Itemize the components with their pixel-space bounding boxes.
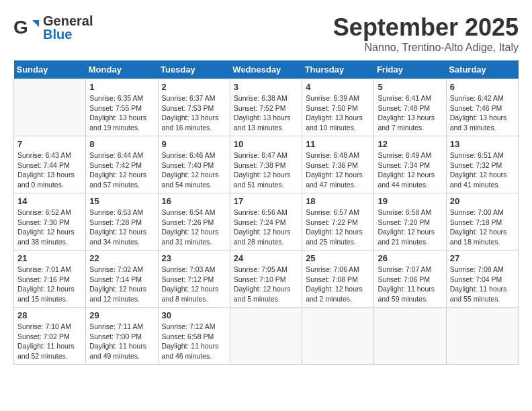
calendar-cell: 18Sunrise: 6:57 AM Sunset: 7:22 PM Dayli… (302, 193, 374, 250)
day-info: Sunrise: 6:57 AM Sunset: 7:22 PM Dayligh… (306, 208, 370, 247)
calendar-cell: 6Sunrise: 6:42 AM Sunset: 7:46 PM Daylig… (446, 79, 518, 136)
day-number: 24 (234, 253, 298, 263)
day-number: 11 (306, 139, 370, 149)
calendar-cell: 12Sunrise: 6:49 AM Sunset: 7:34 PM Dayli… (374, 136, 446, 193)
day-number: 13 (450, 139, 515, 149)
calendar-cell: 10Sunrise: 6:47 AM Sunset: 7:38 PM Dayli… (230, 136, 302, 193)
day-info: Sunrise: 6:58 AM Sunset: 7:20 PM Dayligh… (378, 208, 442, 247)
day-info: Sunrise: 6:43 AM Sunset: 7:44 PM Dayligh… (17, 150, 82, 190)
day-number: 3 (234, 82, 298, 92)
day-number: 22 (89, 253, 154, 263)
calendar-cell: 21Sunrise: 7:01 AM Sunset: 7:16 PM Dayli… (14, 250, 86, 308)
day-header-tuesday: Tuesday (158, 60, 230, 79)
day-number: 18 (306, 196, 370, 206)
page-header: G General Blue September 2025 Nanno, Tre… (13, 13, 519, 54)
day-info: Sunrise: 6:35 AM Sunset: 7:55 PM Dayligh… (89, 93, 154, 133)
day-number: 9 (162, 139, 226, 149)
day-info: Sunrise: 7:02 AM Sunset: 7:14 PM Dayligh… (89, 265, 154, 304)
calendar-cell: 9Sunrise: 6:46 AM Sunset: 7:40 PM Daylig… (158, 136, 230, 193)
day-number: 7 (17, 139, 82, 149)
day-header-thursday: Thursday (302, 60, 374, 79)
day-info: Sunrise: 6:49 AM Sunset: 7:34 PM Dayligh… (378, 150, 442, 190)
title-block: September 2025 Nanno, Trentino-Alto Adig… (333, 13, 519, 54)
calendar-cell: 28Sunrise: 7:10 AM Sunset: 7:02 PM Dayli… (14, 308, 86, 365)
day-info: Sunrise: 6:54 AM Sunset: 7:26 PM Dayligh… (162, 208, 226, 247)
day-number: 23 (162, 253, 226, 263)
calendar-cell: 24Sunrise: 7:05 AM Sunset: 7:10 PM Dayli… (230, 250, 302, 308)
day-number: 26 (378, 253, 442, 263)
day-header-friday: Friday (374, 60, 446, 79)
location-text: Nanno, Trentino-Alto Adige, Italy (333, 42, 519, 54)
calendar-table: SundayMondayTuesdayWednesdayThursdayFrid… (13, 60, 519, 365)
day-info: Sunrise: 7:07 AM Sunset: 7:06 PM Dayligh… (378, 265, 442, 304)
day-number: 4 (306, 82, 370, 92)
day-info: Sunrise: 6:44 AM Sunset: 7:42 PM Dayligh… (89, 150, 154, 190)
calendar-cell: 11Sunrise: 6:48 AM Sunset: 7:36 PM Dayli… (302, 136, 374, 193)
day-info: Sunrise: 6:42 AM Sunset: 7:46 PM Dayligh… (450, 93, 515, 133)
day-info: Sunrise: 7:12 AM Sunset: 6:58 PM Dayligh… (162, 322, 226, 361)
calendar-cell: 5Sunrise: 6:41 AM Sunset: 7:48 PM Daylig… (374, 79, 446, 136)
day-number: 30 (162, 310, 226, 320)
day-number: 29 (89, 310, 154, 320)
calendar-cell (446, 308, 518, 365)
day-number: 27 (450, 253, 515, 263)
day-info: Sunrise: 7:10 AM Sunset: 7:02 PM Dayligh… (17, 322, 82, 361)
calendar-cell: 13Sunrise: 6:51 AM Sunset: 7:32 PM Dayli… (446, 136, 518, 193)
day-info: Sunrise: 6:52 AM Sunset: 7:30 PM Dayligh… (17, 208, 82, 247)
day-number: 25 (306, 253, 370, 263)
day-info: Sunrise: 6:38 AM Sunset: 7:52 PM Dayligh… (234, 93, 298, 133)
calendar-cell: 25Sunrise: 7:06 AM Sunset: 7:08 PM Dayli… (302, 250, 374, 308)
calendar-cell (14, 79, 86, 136)
day-info: Sunrise: 6:53 AM Sunset: 7:28 PM Dayligh… (89, 208, 154, 247)
day-number: 15 (89, 196, 154, 206)
calendar-cell (230, 308, 302, 365)
calendar-week-row: 1Sunrise: 6:35 AM Sunset: 7:55 PM Daylig… (14, 79, 519, 136)
calendar-cell: 4Sunrise: 6:39 AM Sunset: 7:50 PM Daylig… (302, 79, 374, 136)
calendar-cell: 15Sunrise: 6:53 AM Sunset: 7:28 PM Dayli… (86, 193, 158, 250)
day-number: 16 (162, 196, 226, 206)
calendar-cell: 19Sunrise: 6:58 AM Sunset: 7:20 PM Dayli… (374, 193, 446, 250)
calendar-cell: 22Sunrise: 7:02 AM Sunset: 7:14 PM Dayli… (86, 250, 158, 308)
day-number: 28 (17, 310, 82, 320)
calendar-cell: 8Sunrise: 6:44 AM Sunset: 7:42 PM Daylig… (86, 136, 158, 193)
day-number: 8 (89, 139, 154, 149)
calendar-week-row: 7Sunrise: 6:43 AM Sunset: 7:44 PM Daylig… (14, 136, 519, 193)
day-info: Sunrise: 7:01 AM Sunset: 7:16 PM Dayligh… (17, 265, 82, 304)
month-title: September 2025 (333, 13, 519, 42)
day-number: 6 (450, 82, 515, 92)
day-number: 19 (378, 196, 442, 206)
calendar-cell: 30Sunrise: 7:12 AM Sunset: 6:58 PM Dayli… (158, 308, 230, 365)
day-info: Sunrise: 7:00 AM Sunset: 7:18 PM Dayligh… (450, 208, 515, 247)
day-header-sunday: Sunday (14, 60, 86, 79)
calendar-week-row: 28Sunrise: 7:10 AM Sunset: 7:02 PM Dayli… (14, 308, 519, 365)
calendar-header-row: SundayMondayTuesdayWednesdayThursdayFrid… (14, 60, 519, 79)
day-info: Sunrise: 6:51 AM Sunset: 7:32 PM Dayligh… (450, 150, 515, 190)
calendar-cell: 14Sunrise: 6:52 AM Sunset: 7:30 PM Dayli… (14, 193, 86, 250)
day-number: 21 (17, 253, 82, 263)
calendar-cell: 2Sunrise: 6:37 AM Sunset: 7:53 PM Daylig… (158, 79, 230, 136)
calendar-cell (374, 308, 446, 365)
calendar-cell: 26Sunrise: 7:07 AM Sunset: 7:06 PM Dayli… (374, 250, 446, 308)
calendar-cell: 16Sunrise: 6:54 AM Sunset: 7:26 PM Dayli… (158, 193, 230, 250)
calendar-cell: 1Sunrise: 6:35 AM Sunset: 7:55 PM Daylig… (86, 79, 158, 136)
day-number: 2 (162, 82, 226, 92)
day-info: Sunrise: 6:48 AM Sunset: 7:36 PM Dayligh… (306, 150, 370, 190)
day-info: Sunrise: 6:37 AM Sunset: 7:53 PM Dayligh… (162, 93, 226, 133)
logo-general-text: General (43, 13, 93, 28)
day-info: Sunrise: 6:56 AM Sunset: 7:24 PM Dayligh… (234, 208, 298, 247)
day-info: Sunrise: 6:41 AM Sunset: 7:48 PM Dayligh… (378, 93, 442, 133)
day-info: Sunrise: 6:46 AM Sunset: 7:40 PM Dayligh… (162, 150, 226, 190)
day-info: Sunrise: 7:05 AM Sunset: 7:10 PM Dayligh… (234, 265, 298, 304)
calendar-cell (302, 308, 374, 365)
day-info: Sunrise: 7:06 AM Sunset: 7:08 PM Dayligh… (306, 265, 370, 304)
day-info: Sunrise: 7:08 AM Sunset: 7:04 PM Dayligh… (450, 265, 515, 304)
day-info: Sunrise: 7:11 AM Sunset: 7:00 PM Dayligh… (89, 322, 154, 361)
day-number: 10 (234, 139, 298, 149)
logo-blue-text: Blue (43, 27, 93, 42)
calendar-week-row: 21Sunrise: 7:01 AM Sunset: 7:16 PM Dayli… (14, 250, 519, 308)
day-header-saturday: Saturday (446, 60, 518, 79)
day-header-monday: Monday (86, 60, 158, 79)
calendar-cell: 20Sunrise: 7:00 AM Sunset: 7:18 PM Dayli… (446, 193, 518, 250)
calendar-week-row: 14Sunrise: 6:52 AM Sunset: 7:30 PM Dayli… (14, 193, 519, 250)
calendar-cell: 3Sunrise: 6:38 AM Sunset: 7:52 PM Daylig… (230, 79, 302, 136)
